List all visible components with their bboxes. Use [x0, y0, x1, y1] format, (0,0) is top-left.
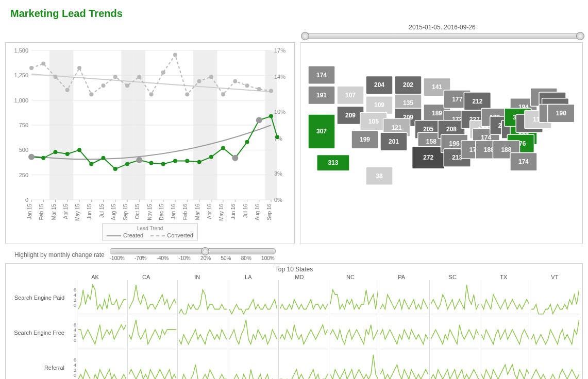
- svg-text:105: 105: [368, 118, 379, 125]
- svg-text:Feb 15: Feb 15: [39, 204, 44, 220]
- spark-cell[interactable]: [379, 280, 429, 315]
- svg-point-110: [257, 87, 261, 91]
- spark-cell[interactable]: [127, 280, 178, 315]
- spark-cell[interactable]: [228, 280, 278, 315]
- svg-text:199: 199: [360, 136, 370, 143]
- svg-point-95: [77, 66, 81, 70]
- svg-text:307: 307: [316, 128, 327, 135]
- svg-point-101: [149, 92, 154, 96]
- svg-text:0%: 0%: [274, 197, 282, 203]
- spark-cell[interactable]: [480, 315, 530, 350]
- tick-label: -40%: [157, 255, 169, 261]
- svg-text:Jan 15: Jan 15: [27, 204, 32, 219]
- svg-text:212: 212: [472, 98, 482, 105]
- spark-cell[interactable]: [329, 350, 379, 379]
- svg-text:Aug 15: Aug 15: [111, 204, 116, 220]
- svg-text:Jul 15: Jul 15: [99, 204, 105, 218]
- spark-cell[interactable]: [329, 280, 379, 315]
- slider-knob-start[interactable]: [301, 32, 309, 40]
- spark-cell[interactable]: [429, 280, 480, 315]
- svg-text:141: 141: [432, 83, 442, 91]
- svg-point-114: [232, 155, 238, 161]
- spark-cell[interactable]: [530, 315, 580, 350]
- svg-point-91: [29, 66, 33, 70]
- page-title: Marketing Lead Trends: [10, 8, 583, 20]
- spark-cell[interactable]: [127, 315, 178, 350]
- spark-cell[interactable]: [177, 280, 228, 315]
- date-range-slider[interactable]: [301, 33, 584, 39]
- spark-cell[interactable]: [429, 350, 480, 379]
- svg-text:121: 121: [392, 124, 402, 131]
- svg-text:177: 177: [452, 96, 462, 103]
- spark-cell[interactable]: [177, 315, 228, 350]
- svg-text:Oct 15: Oct 15: [135, 204, 140, 219]
- svg-point-108: [233, 79, 237, 83]
- spark-cell[interactable]: [530, 280, 580, 315]
- svg-text:Jan 16: Jan 16: [171, 204, 176, 219]
- spark-cell[interactable]: [480, 280, 530, 315]
- spark-header: LA: [223, 274, 274, 280]
- svg-point-76: [102, 156, 106, 160]
- svg-text:May 15: May 15: [75, 204, 80, 221]
- legend-label-created: Created: [123, 232, 143, 238]
- spark-cell[interactable]: [530, 350, 580, 379]
- svg-point-109: [245, 83, 249, 88]
- svg-text:May 16: May 16: [219, 204, 224, 221]
- svg-point-85: [209, 155, 213, 159]
- svg-text:135: 135: [403, 99, 413, 107]
- change-rate-slider[interactable]: [110, 248, 276, 254]
- svg-point-111: [269, 89, 273, 93]
- svg-text:Sep 16: Sep 16: [266, 204, 272, 220]
- tick-label: 100%: [261, 255, 275, 261]
- svg-point-94: [65, 88, 70, 92]
- spark-cell[interactable]: [278, 350, 329, 379]
- lead-trend-chart[interactable]: 02505007501,0001,2501,5000%3%7%10%14%17%…: [5, 42, 295, 244]
- slider-knob-end[interactable]: [576, 32, 584, 40]
- spark-cell[interactable]: [429, 315, 480, 350]
- svg-text:14%: 14%: [274, 74, 285, 80]
- change-slider-knob[interactable]: [201, 247, 209, 255]
- svg-text:209: 209: [345, 112, 356, 119]
- us-map[interactable]: 1741913072091072041091051992021352091212…: [300, 42, 583, 244]
- spark-cell[interactable]: [77, 350, 127, 379]
- spark-cell[interactable]: [379, 315, 429, 350]
- spark-cell[interactable]: [127, 350, 178, 379]
- svg-text:174: 174: [518, 158, 529, 165]
- svg-point-75: [89, 162, 93, 166]
- spark-cell[interactable]: [77, 280, 127, 315]
- spark-cell[interactable]: [480, 350, 530, 379]
- spark-cell[interactable]: [278, 315, 329, 350]
- spark-header: TX: [478, 274, 529, 280]
- spark-header: MD: [274, 274, 325, 280]
- spark-row-label: Search Engine Paid: [8, 295, 70, 301]
- svg-text:Apr 15: Apr 15: [63, 204, 69, 219]
- spark-cell[interactable]: [278, 280, 329, 315]
- date-range-label: 2015-01-05..2016-09-26: [301, 24, 583, 31]
- svg-text:Sep 15: Sep 15: [123, 204, 128, 220]
- tick-label: 50%: [221, 255, 231, 261]
- svg-text:Apr 16: Apr 16: [207, 204, 212, 219]
- svg-text:750: 750: [19, 122, 28, 128]
- spark-cell[interactable]: [177, 350, 228, 379]
- legend-swatch-converted: [150, 235, 165, 236]
- legend-label-converted: Converted: [167, 232, 193, 238]
- svg-point-107: [221, 92, 225, 96]
- spark-cell[interactable]: [228, 350, 278, 379]
- spark-cell[interactable]: [379, 350, 429, 379]
- svg-text:10%: 10%: [274, 109, 285, 115]
- spark-header: CA: [121, 274, 172, 280]
- svg-text:313: 313: [328, 159, 338, 166]
- svg-text:208: 208: [446, 126, 457, 133]
- svg-text:Dec 15: Dec 15: [159, 204, 164, 220]
- svg-point-102: [161, 71, 165, 75]
- spark-cell[interactable]: [329, 315, 379, 350]
- svg-text:38: 38: [376, 173, 383, 180]
- spark-cell[interactable]: [77, 315, 127, 350]
- svg-text:158: 158: [426, 138, 436, 145]
- spark-header: SC: [427, 274, 478, 280]
- svg-text:190: 190: [556, 110, 566, 117]
- tick-label: 20%: [200, 255, 211, 261]
- spark-cell[interactable]: [228, 315, 278, 350]
- svg-text:Jun 15: Jun 15: [87, 204, 92, 219]
- svg-text:250: 250: [19, 172, 28, 178]
